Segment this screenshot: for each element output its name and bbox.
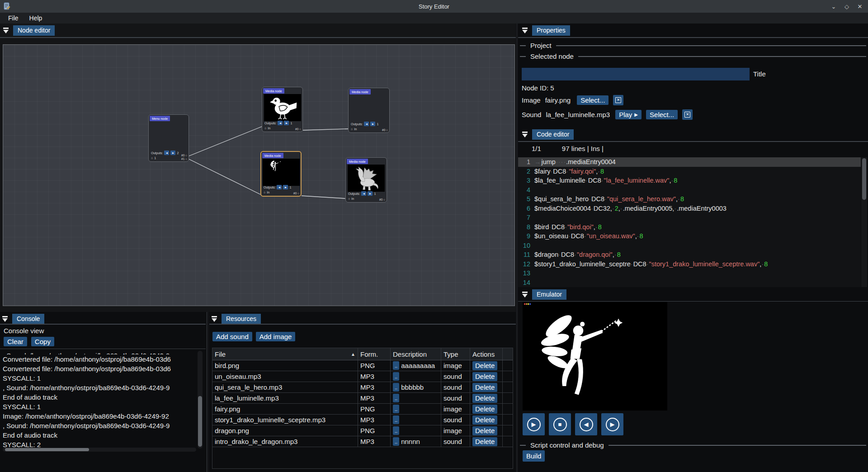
delete-button[interactable]: Delete [472,372,497,381]
next-output-button[interactable]: ▶ [368,191,373,196]
edit-description-button[interactable]: .. [393,437,399,446]
prev-output-button[interactable]: ◀ [361,191,366,196]
shade-button[interactable]: ⌄ [830,3,837,10]
edit-description-button[interactable]: .. [393,405,399,413]
tab-emulator[interactable]: Emulator [532,289,566,300]
column-header-type[interactable]: Type [441,348,470,360]
menu-help[interactable]: Help [25,14,47,23]
next-output-button[interactable]: ▶ [370,122,375,126]
code-vscroll-thumb[interactable] [862,158,866,200]
console-log-line: End of audio track [3,430,196,440]
delete-button[interactable]: Delete [472,361,497,370]
delete-button[interactable]: Delete [472,394,497,403]
delete-button[interactable]: Delete [472,437,497,446]
table-row[interactable]: dragon.pngPNG..imageDelete [212,425,513,436]
code-line[interactable]: 1→jump····.mediaEntry0004 [518,157,861,167]
table-row[interactable]: la_fee_luminelle.mp3MP3..soundDelete [212,393,513,404]
code-line[interactable]: 10 [518,241,861,250]
code-line[interactable]: 5$qui_sera_le_hero·DC8·"qui_sera_le_hero… [518,194,861,204]
tab-console[interactable]: Console [12,314,44,324]
code-line[interactable]: 7 [518,213,861,222]
build-button[interactable]: Build [523,450,545,462]
console-hscrollbar[interactable] [3,448,196,452]
bird-media-node[interactable]: Media nodeOutputs:◀▶1○In#0 ○ [262,87,303,132]
edit-description-button[interactable]: .. [393,426,399,435]
console-vscroll-thumb[interactable] [198,396,202,447]
column-header-format[interactable]: Form. [358,348,391,360]
delete-button[interactable]: Delete [472,405,497,414]
close-button[interactable]: ✕ [856,3,863,10]
menu-file[interactable]: File [4,14,23,23]
sound-clear-button[interactable]: ✕ [682,109,693,120]
code-line[interactable]: 11$dragon·DC8·"dragon.qoi",·8 [518,250,861,260]
next-output-button[interactable]: ▶ [284,121,289,125]
fairy-media-node[interactable]: Media nodeOutputs:◀▶1○In#0 ○ [260,151,302,197]
code-line[interactable]: 6$mediaChoice0004·DC32,·2,·.mediaEntry00… [518,204,861,213]
code-vscrollbar[interactable] [861,157,867,287]
code-line[interactable]: 4 [518,185,861,195]
prev-output-button[interactable]: ◀ [364,122,369,126]
tab-properties[interactable]: Properties [532,25,570,36]
code-line[interactable]: 14 [518,278,861,288]
column-header-file[interactable]: File ▲ [212,348,358,360]
delete-button[interactable]: Delete [472,426,497,435]
dragon-media-node[interactable]: Media nodeOutputs:◀▶1○In#0 ○ [345,157,387,203]
collapse-console-icon[interactable] [2,316,8,322]
code-line[interactable]: 12$story1_drako_luminelle_sceptre·DC8·"s… [518,260,861,269]
node-graph-canvas[interactable]: Menu nodeOutputs:◀▶2○1#0 ○#1 ○Media node… [3,44,515,306]
collapse-emulator-icon[interactable] [522,292,528,297]
tab-node-editor[interactable]: Node editor [13,25,55,36]
maximize-button[interactable]: ◇ [843,3,850,10]
column-header-description[interactable]: Description [391,348,441,360]
image-clear-button[interactable]: ✕ [613,95,623,105]
edit-description-button[interactable]: .. [393,372,399,381]
collapse-properties-icon[interactable] [522,28,528,33]
table-row[interactable]: un_oiseau.mp3MP3..soundDelete [212,371,513,382]
empty-media-node[interactable]: Media nodeOutputs:◀▶1○In#0 ○ [348,88,390,133]
code-line[interactable]: 2$fairy·DC8·"fairy.qoi",·8 [518,167,861,176]
next-output-button[interactable]: ▶ [170,151,175,155]
table-row[interactable]: intro_drako_le_dragon.mp3MP3..nnnnnsound… [212,436,513,447]
table-row[interactable]: fairy.pngPNG..imageDelete [212,404,513,415]
image-select-button[interactable]: Select... [577,95,609,105]
code-line[interactable]: 8$bird·DC8·"bird.qoi",·8 [518,222,861,232]
prev-output-button[interactable]: ◀ [278,121,283,125]
prev-output-button[interactable]: ◀ [277,185,282,189]
collapse-node-editor-icon[interactable] [3,28,9,33]
code-line[interactable]: 13 [518,269,861,278]
edit-description-button[interactable]: .. [393,361,399,370]
table-row[interactable]: bird.pngPNG..aaaaaaaaaimageDelete [212,360,513,371]
tab-resources[interactable]: Resources [222,314,261,324]
emulator-forward-button[interactable]: ▶ [601,413,623,435]
emulator-play-button[interactable]: ▶ [523,413,545,435]
collapse-code-editor-icon[interactable] [522,132,528,137]
menu-node[interactable]: Menu nodeOutputs:◀▶2○1#0 ○#1 ○ [148,114,189,162]
clear-button[interactable]: Clear [4,337,27,346]
prev-output-button[interactable]: ◀ [164,151,169,155]
table-row[interactable]: story1_drako_luminelle_sceptre.mp3MP3..s… [212,415,513,425]
code-line[interactable]: 3$la_fee_luminelle·DC8·"la_fee_luminelle… [518,176,861,185]
title-input[interactable] [522,68,750,80]
emulator-stop-button[interactable]: ■ [549,413,571,435]
code-editor-area[interactable]: 1→jump····.mediaEntry00042$fairy·DC8·"fa… [518,157,861,287]
add-image-button[interactable]: Add image [256,332,296,341]
edit-description-button[interactable]: .. [393,383,399,392]
next-output-button[interactable]: ▶ [283,185,288,189]
tab-code-editor[interactable]: Code editor [532,129,574,140]
console-hscroll-thumb[interactable] [5,448,89,451]
delete-button[interactable]: Delete [472,383,497,392]
delete-button[interactable]: Delete [472,415,497,425]
code-line[interactable]: 9$un_oiseau·DC8·"un_oiseau.wav",·8 [518,231,861,241]
emulator-back-button[interactable]: ◀ [575,413,597,435]
add-sound-button[interactable]: Add sound [212,332,252,341]
sound-play-button[interactable]: Play ▶ [615,110,642,119]
table-row[interactable]: qui_sera_le_hero.mp3MP3..bbbbbbsoundDele… [212,382,513,393]
edit-description-button[interactable]: .. [393,415,399,424]
edit-description-button[interactable]: .. [393,394,399,402]
sound-select-button[interactable]: Select... [646,110,678,119]
console-vscrollbar[interactable] [198,351,203,448]
column-header-actions[interactable]: Actions [470,348,503,360]
collapse-resources-icon[interactable] [211,316,217,322]
copy-button[interactable]: Copy [31,337,54,346]
console-log[interactable]: , Sound: /home/anthony/ostproj/ba869e4b-… [3,351,196,448]
